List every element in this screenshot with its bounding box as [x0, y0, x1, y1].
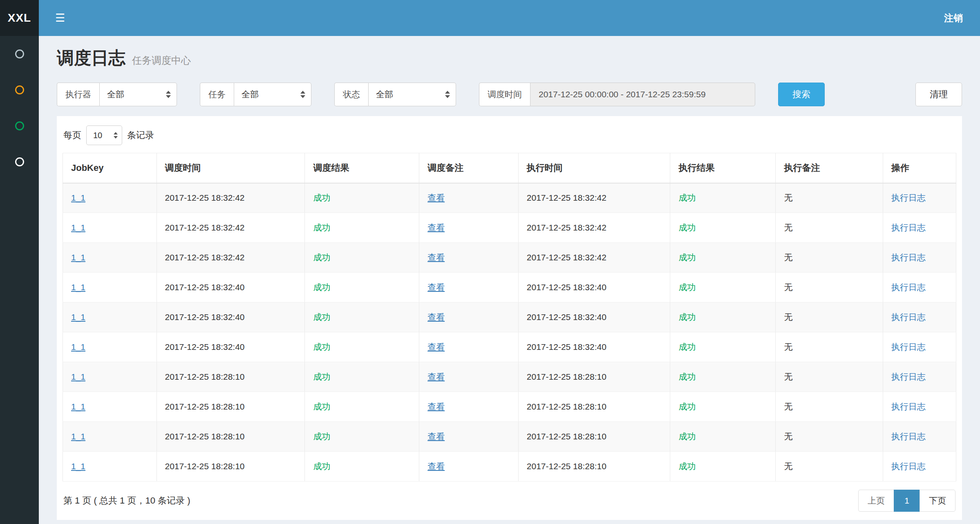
trigger-time-cell: 2017-12-25 18:28:10: [157, 392, 305, 422]
trigger-msg-link[interactable]: 查看: [427, 193, 445, 202]
trigger-msg-link[interactable]: 查看: [427, 372, 445, 381]
table-row: 1_1 2017-12-25 18:32:40 成功 查看 2017-12-25…: [63, 302, 956, 332]
menu-circle-icon: [15, 49, 24, 58]
handle-result-cell: 成功: [670, 422, 776, 452]
app-logo: XXL: [0, 0, 39, 36]
jobkey-link[interactable]: 1_1: [71, 402, 85, 411]
col-trigger-time: 调度时间: [157, 153, 305, 183]
executor-select[interactable]: 全部: [99, 83, 177, 106]
handle-time-cell: 2017-12-25 18:28:10: [518, 362, 670, 392]
top-navbar: XXL ☰ 注销: [0, 0, 980, 36]
jobkey-link[interactable]: 1_1: [71, 342, 85, 352]
clear-button[interactable]: 清理: [915, 83, 962, 106]
col-handle-result: 执行结果: [670, 153, 776, 183]
handle-time-cell: 2017-12-25 18:32:42: [518, 183, 670, 213]
exec-log-link[interactable]: 执行日志: [891, 372, 926, 381]
exec-log-link[interactable]: 执行日志: [891, 193, 926, 202]
exec-log-link[interactable]: 执行日志: [891, 223, 926, 232]
trigger-time-filter-label: 调度时间: [479, 83, 530, 106]
table-row: 1_1 2017-12-25 18:32:40 成功 查看 2017-12-25…: [63, 273, 956, 302]
job-select[interactable]: 全部: [234, 83, 311, 106]
trigger-msg-link[interactable]: 查看: [427, 342, 445, 352]
trigger-msg-link[interactable]: 查看: [427, 432, 445, 441]
sidebar-item-4[interactable]: [0, 144, 39, 180]
handle-msg-cell: 无: [776, 213, 883, 243]
col-trigger-result: 调度结果: [305, 153, 419, 183]
jobkey-link[interactable]: 1_1: [71, 461, 85, 471]
exec-log-link[interactable]: 执行日志: [891, 432, 926, 441]
sidebar-item-3[interactable]: [0, 108, 39, 144]
trigger-time-cell: 2017-12-25 18:28:10: [157, 362, 305, 392]
col-trigger-msg: 调度备注: [419, 153, 519, 183]
current-page-button[interactable]: 1: [894, 490, 920, 512]
jobkey-link[interactable]: 1_1: [71, 223, 85, 232]
trigger-msg-link[interactable]: 查看: [427, 282, 445, 292]
job-select-value: 全部: [242, 89, 259, 100]
table-footer: 第 1 页 ( 总共 1 页，10 条记录 ) 上页 1 下页: [63, 490, 956, 512]
trigger-time-cell: 2017-12-25 18:32:42: [157, 183, 305, 213]
handle-time-cell: 2017-12-25 18:32:42: [518, 213, 670, 243]
trigger-msg-link[interactable]: 查看: [427, 223, 445, 232]
page-size-select[interactable]: 10: [86, 125, 122, 145]
table-row: 1_1 2017-12-25 18:28:10 成功 查看 2017-12-25…: [63, 362, 956, 392]
exec-log-link[interactable]: 执行日志: [891, 282, 926, 292]
exec-log-link[interactable]: 执行日志: [891, 342, 926, 352]
status-filter-label: 状态: [334, 83, 368, 106]
table-header-row: JobKey 调度时间 调度结果 调度备注 执行时间 执行结果 执行备注 操作: [63, 153, 956, 183]
col-jobkey: JobKey: [63, 153, 157, 183]
exec-log-link[interactable]: 执行日志: [891, 461, 926, 471]
menu-circle-icon: [15, 85, 24, 94]
exec-log-link[interactable]: 执行日志: [891, 402, 926, 411]
exec-log-link[interactable]: 执行日志: [891, 253, 926, 262]
search-button[interactable]: 搜索: [778, 83, 825, 106]
trigger-time-cell: 2017-12-25 18:32:40: [157, 332, 305, 362]
trigger-time-filter: 调度时间 2017-12-25 00:00:00 - 2017-12-25 23…: [479, 83, 755, 106]
trigger-msg-link[interactable]: 查看: [427, 461, 445, 471]
page-size-suffix-label: 条记录: [127, 129, 154, 141]
sidebar: [0, 36, 39, 524]
trigger-msg-link[interactable]: 查看: [427, 402, 445, 411]
table-row: 1_1 2017-12-25 18:28:10 成功 查看 2017-12-25…: [63, 422, 956, 452]
log-panel: 每页 10 条记录 JobKey 调度时间 调度结果 调度备注 执行时间 执行结…: [57, 116, 962, 520]
trigger-time-range-input[interactable]: 2017-12-25 00:00:00 - 2017-12-25 23:59:5…: [530, 83, 755, 106]
trigger-time-cell: 2017-12-25 18:32:42: [157, 213, 305, 243]
jobkey-link[interactable]: 1_1: [71, 253, 85, 262]
next-page-button[interactable]: 下页: [920, 490, 955, 512]
handle-msg-cell: 无: [776, 452, 883, 481]
jobkey-link[interactable]: 1_1: [71, 372, 85, 381]
trigger-msg-link[interactable]: 查看: [427, 253, 445, 262]
handle-msg-cell: 无: [776, 422, 883, 452]
sidebar-item-1[interactable]: [0, 36, 39, 72]
trigger-time-cell: 2017-12-25 18:32:40: [157, 302, 305, 332]
jobkey-link[interactable]: 1_1: [71, 312, 85, 322]
sidebar-item-2[interactable]: [0, 72, 39, 108]
table-row: 1_1 2017-12-25 18:32:42 成功 查看 2017-12-25…: [63, 243, 956, 273]
status-select[interactable]: 全部: [368, 83, 456, 106]
logout-link[interactable]: 注销: [944, 12, 963, 25]
exec-log-link[interactable]: 执行日志: [891, 312, 926, 322]
trigger-result-cell: 成功: [305, 213, 419, 243]
trigger-msg-link[interactable]: 查看: [427, 312, 445, 322]
jobkey-link[interactable]: 1_1: [71, 282, 85, 292]
select-arrows-icon: [439, 91, 450, 98]
navbar-main: ☰ 注销: [39, 0, 980, 36]
select-arrows-icon: [294, 91, 305, 98]
trigger-result-cell: 成功: [305, 302, 419, 332]
page-title: 调度日志: [57, 47, 125, 69]
jobkey-link[interactable]: 1_1: [71, 193, 85, 202]
sidebar-toggle-icon[interactable]: ☰: [55, 13, 65, 24]
trigger-result-cell: 成功: [305, 362, 419, 392]
handle-result-cell: 成功: [670, 183, 776, 213]
trigger-result-cell: 成功: [305, 422, 419, 452]
handle-msg-cell: 无: [776, 332, 883, 362]
menu-circle-icon: [15, 157, 24, 166]
executor-filter-label: 执行器: [57, 83, 99, 106]
trigger-result-cell: 成功: [305, 183, 419, 213]
table-row: 1_1 2017-12-25 18:28:10 成功 查看 2017-12-25…: [63, 392, 956, 422]
page-header: 调度日志 任务调度中心: [57, 47, 962, 69]
prev-page-button[interactable]: 上页: [858, 490, 894, 512]
job-filter-label: 任务: [200, 83, 234, 106]
jobkey-link[interactable]: 1_1: [71, 432, 85, 441]
handle-time-cell: 2017-12-25 18:32:40: [518, 332, 670, 362]
trigger-time-cell: 2017-12-25 18:32:40: [157, 273, 305, 302]
